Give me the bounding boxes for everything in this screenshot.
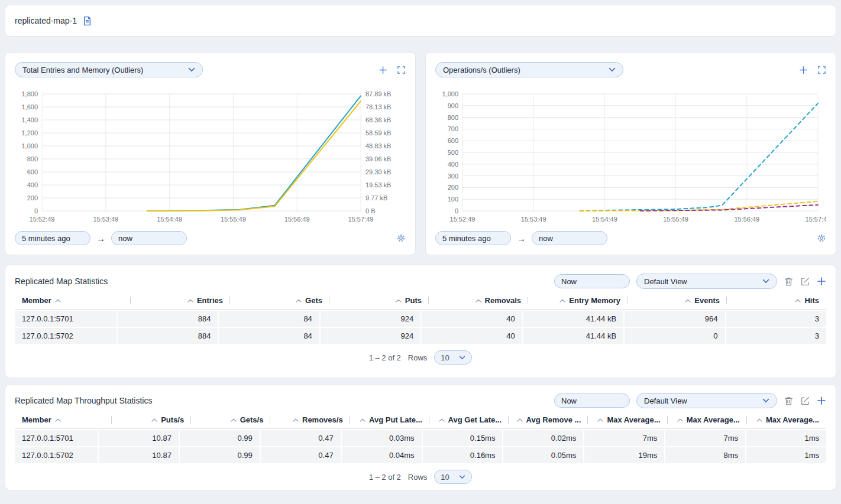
add-view-icon[interactable] xyxy=(817,277,826,286)
metric-select[interactable]: Total Entries and Memory (Outliers) xyxy=(15,62,203,77)
svg-text:15:55:49: 15:55:49 xyxy=(221,216,246,223)
column-header-entry-memory[interactable]: Entry Memory xyxy=(528,296,627,305)
chevron-down-icon xyxy=(762,279,769,284)
value-cell: 884 xyxy=(117,328,218,344)
table-header-row: MemberPuts/sGets/sRemoves/sAvg Put Late.… xyxy=(15,415,826,429)
page-size-select[interactable]: 10 xyxy=(434,470,472,484)
column-header-member[interactable]: Member xyxy=(15,415,112,424)
delete-view-icon[interactable] xyxy=(784,396,794,406)
edit-view-icon[interactable] xyxy=(800,277,810,287)
delete-view-icon[interactable] xyxy=(784,277,794,287)
edit-view-icon[interactable] xyxy=(800,396,810,406)
value-cell: 924 xyxy=(319,311,420,327)
pagination: 1 – 2 of 2 Rows 10 xyxy=(15,470,826,484)
column-header-avg-remove[interactable]: Avg Remove ... xyxy=(509,415,588,424)
svg-text:900: 900 xyxy=(448,102,458,109)
svg-text:1,800: 1,800 xyxy=(21,90,38,97)
column-header-gets[interactable]: Gets xyxy=(230,296,329,305)
table-time-input[interactable]: Now xyxy=(554,394,630,408)
add-view-icon[interactable] xyxy=(817,396,826,405)
table-time-input[interactable]: Now xyxy=(554,274,630,288)
sort-caret-icon xyxy=(396,299,402,303)
sort-caret-icon xyxy=(231,418,237,422)
member-cell: 127.0.0.1:5702 xyxy=(15,451,98,460)
sort-caret-icon xyxy=(296,299,302,303)
sort-caret-icon xyxy=(756,418,762,422)
svg-text:800: 800 xyxy=(27,155,38,162)
time-to-input[interactable]: now xyxy=(111,231,187,245)
svg-text:1,600: 1,600 xyxy=(21,103,38,110)
column-header-gets-s[interactable]: Gets/s xyxy=(191,415,270,424)
column-header-max-average[interactable]: Max Average... xyxy=(668,415,747,424)
column-header-removes-s[interactable]: Removes/s xyxy=(270,415,350,424)
value-cell: 884 xyxy=(117,311,218,327)
page: replicated-map-1 Total Entries and Memor… xyxy=(0,0,841,504)
svg-text:15:57:49: 15:57:49 xyxy=(806,216,826,223)
table-row[interactable]: 127.0.0.1:5701884849244041.44 kB9643 xyxy=(15,311,826,327)
add-chart-icon[interactable] xyxy=(379,66,387,74)
view-select[interactable]: Default View xyxy=(636,393,777,408)
sort-caret-icon xyxy=(559,299,565,303)
chart-card-entries-memory: Total Entries and Memory (Outliers) 15:5… xyxy=(5,52,416,255)
value-cell: 0.05ms xyxy=(502,447,583,463)
sort-caret-icon xyxy=(597,418,603,422)
table-header-row: MemberEntriesGetsPutsRemovalsEntry Memor… xyxy=(15,296,826,310)
svg-text:100: 100 xyxy=(448,196,458,203)
value-cell: 1ms xyxy=(745,430,826,446)
table-row[interactable]: 127.0.0.1:5702884849244041.44 kB03 xyxy=(15,328,826,344)
chart-card-operations: Operations/s (Outliers) 15:52:4915:53:49… xyxy=(425,52,836,255)
pagination: 1 – 2 of 2 Rows 10 xyxy=(15,350,826,365)
svg-text:15:56:49: 15:56:49 xyxy=(284,216,310,223)
column-header-puts[interactable]: Puts xyxy=(329,296,429,305)
time-from-input[interactable]: 5 minutes ago xyxy=(15,231,90,245)
series-total-entries xyxy=(147,96,361,210)
column-header-hits[interactable]: Hits xyxy=(727,296,826,305)
add-chart-icon[interactable] xyxy=(799,66,808,74)
time-to-input[interactable]: now xyxy=(532,231,607,245)
svg-text:1,200: 1,200 xyxy=(21,129,38,136)
sort-caret-icon xyxy=(677,418,683,422)
metric-select[interactable]: Operations/s (Outliers) xyxy=(435,62,623,77)
chevron-down-icon xyxy=(762,398,769,403)
column-header-removals[interactable]: Removals xyxy=(429,296,528,305)
svg-text:9.77 kB: 9.77 kB xyxy=(365,194,387,201)
page-size-select[interactable]: 10 xyxy=(434,350,472,365)
svg-text:48.83 kB: 48.83 kB xyxy=(365,142,391,149)
arrow-right-icon: → xyxy=(96,233,105,243)
value-cell: 10.87 xyxy=(98,447,179,463)
expand-chart-icon[interactable] xyxy=(817,66,826,74)
table-row[interactable]: 127.0.0.1:570210.870.990.470.04ms0.16ms0… xyxy=(15,447,826,463)
column-header-avg-get-late[interactable]: Avg Get Late... xyxy=(429,415,509,424)
svg-text:68.36 kB: 68.36 kB xyxy=(365,116,391,123)
chevron-down-icon xyxy=(609,67,616,72)
svg-text:300: 300 xyxy=(448,173,458,180)
time-from-input[interactable]: 5 minutes ago xyxy=(435,231,511,245)
member-cell: 127.0.0.1:5701 xyxy=(15,434,98,443)
value-cell: 0.15ms xyxy=(422,430,503,446)
value-cell: 0.16ms xyxy=(422,447,503,463)
settings-gear-icon[interactable] xyxy=(396,233,406,243)
document-icon[interactable] xyxy=(82,16,92,26)
table-row[interactable]: 127.0.0.1:570110.870.990.470.03ms0.15ms0… xyxy=(15,430,826,446)
column-header-max-average[interactable]: Max Average... xyxy=(747,415,826,424)
sort-caret-icon xyxy=(55,299,61,303)
value-cell: 84 xyxy=(218,328,319,344)
value-cell: 0.47 xyxy=(260,430,341,446)
column-header-puts-s[interactable]: Puts/s xyxy=(112,415,191,424)
column-header-entries[interactable]: Entries xyxy=(131,296,230,305)
chevron-down-icon xyxy=(459,356,465,360)
svg-text:200: 200 xyxy=(448,184,458,191)
column-header-member[interactable]: Member xyxy=(15,296,131,305)
value-cell: 0.03ms xyxy=(341,430,422,446)
member-cell: 127.0.0.1:5702 xyxy=(15,331,117,340)
member-cell: 127.0.0.1:5701 xyxy=(15,314,117,323)
column-header-max-average[interactable]: Max Average... xyxy=(588,415,667,424)
view-select[interactable]: Default View xyxy=(636,274,777,289)
column-header-avg-put-late[interactable]: Avg Put Late... xyxy=(350,415,429,424)
expand-chart-icon[interactable] xyxy=(397,66,406,74)
settings-gear-icon[interactable] xyxy=(817,233,826,243)
charts-row: Total Entries and Memory (Outliers) 15:5… xyxy=(5,52,836,255)
svg-text:200: 200 xyxy=(27,194,38,201)
svg-text:15:57:49: 15:57:49 xyxy=(348,216,374,223)
column-header-events[interactable]: Events xyxy=(627,296,727,305)
